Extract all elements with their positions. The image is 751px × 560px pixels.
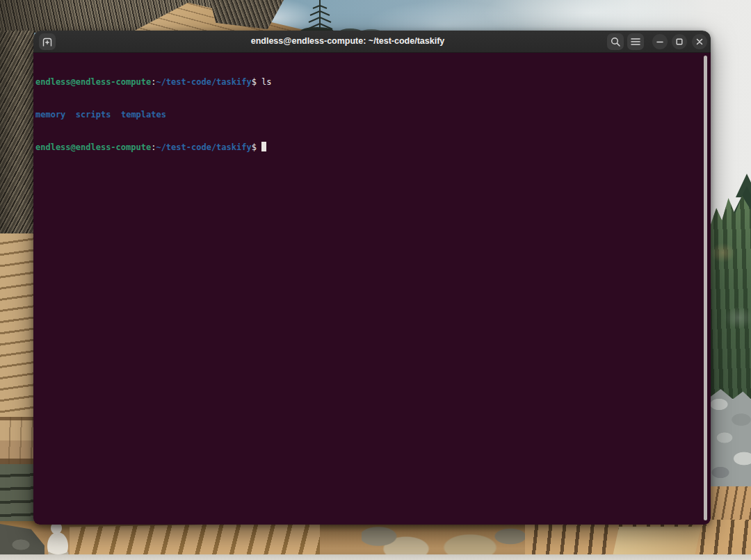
maximize-icon bbox=[675, 38, 684, 46]
terminal-line-ls-output ls-entries-line: memoryscriptstemplates bbox=[35, 110, 701, 121]
prompt-path: ~/test-code/taskify bbox=[156, 142, 251, 152]
minimize-button[interactable] bbox=[652, 34, 668, 49]
wallpaper-forest bbox=[711, 196, 751, 399]
close-icon bbox=[695, 38, 704, 46]
ls-directory: templates bbox=[121, 110, 166, 120]
terminal-line-prompt-ls: endless@endless-compute:~/test-code/task… bbox=[35, 77, 701, 88]
search-icon bbox=[611, 37, 620, 47]
hamburger-menu-icon bbox=[631, 38, 640, 46]
prompt-path: ~/test-code/taskify bbox=[156, 77, 251, 87]
terminal-window: endless@endless-compute: ~/test-code/tas… bbox=[33, 31, 711, 525]
wallpaper-fir-tree bbox=[296, 0, 388, 33]
maximize-button[interactable] bbox=[672, 34, 687, 49]
wallpaper-timber-beam bbox=[0, 417, 34, 464]
terminal-screen[interactable]: endless@endless-compute:~/test-code/task… bbox=[33, 53, 711, 525]
search-button[interactable] bbox=[607, 33, 624, 50]
ls-entries: memoryscriptstemplates bbox=[35, 110, 176, 120]
wallpaper-bottom-edge bbox=[0, 554, 751, 560]
prompt-user-host: endless@endless-compute bbox=[35, 142, 151, 152]
ls-directory: memory bbox=[35, 110, 65, 120]
terminal-cursor bbox=[261, 142, 266, 151]
titlebar[interactable]: endless@endless-compute: ~/test-code/tas… bbox=[33, 31, 711, 53]
terminal-line-prompt-current: endless@endless-compute:~/test-code/task… bbox=[35, 142, 701, 154]
scrollbar-thumb[interactable] bbox=[704, 56, 707, 520]
ls-directory: scripts bbox=[76, 110, 111, 120]
new-tab-button[interactable] bbox=[39, 33, 56, 50]
prompt-symbol: $ bbox=[252, 142, 257, 152]
minimize-icon bbox=[656, 38, 664, 46]
window-title: endless@endless-compute: ~/test-code/tas… bbox=[96, 31, 599, 52]
typed-command: ls bbox=[257, 77, 272, 87]
menu-button[interactable] bbox=[627, 33, 644, 50]
wallpaper-dark-shingles bbox=[0, 464, 34, 528]
prompt-user-host: endless@endless-compute bbox=[35, 77, 151, 87]
close-button[interactable] bbox=[692, 34, 707, 49]
wallpaper-shingle-wall bbox=[0, 233, 34, 417]
wallpaper-stick-wall bbox=[0, 31, 34, 233]
new-tab-icon bbox=[42, 38, 52, 47]
prompt-symbol: $ bbox=[252, 77, 257, 87]
